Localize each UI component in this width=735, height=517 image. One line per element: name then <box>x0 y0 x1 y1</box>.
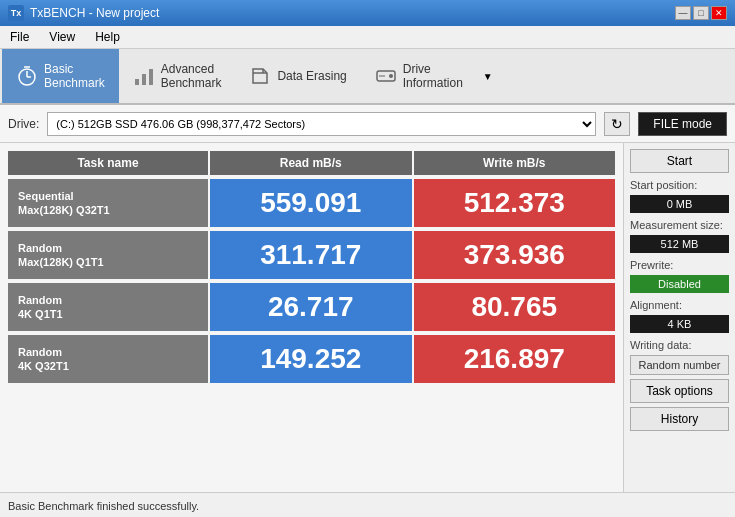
chart-icon <box>133 65 155 87</box>
app-icon: Tx <box>8 5 24 21</box>
erase-icon <box>249 65 271 87</box>
th-read: Read mB/s <box>210 151 412 175</box>
svg-rect-5 <box>142 74 146 85</box>
result-row-1: SequentialMax(128K) Q32T1 559.091 512.37… <box>8 179 615 227</box>
title-bar: Tx TxBENCH - New project — □ ✕ <box>0 0 735 26</box>
tab-drive[interactable]: DriveInformation <box>361 49 477 103</box>
title-bar-controls[interactable]: — □ ✕ <box>675 6 727 20</box>
row2-label: RandomMax(128K) Q1T1 <box>8 231 208 279</box>
result-row-4: Random4K Q32T1 149.252 216.897 <box>8 335 615 383</box>
timer-icon <box>16 65 38 87</box>
row1-read: 559.091 <box>210 179 412 227</box>
minimize-btn[interactable]: — <box>675 6 691 20</box>
row2-read: 311.717 <box>210 231 412 279</box>
maximize-btn[interactable]: □ <box>693 6 709 20</box>
th-task: Task name <box>8 151 208 175</box>
status-bar: Basic Benchmark finished successfully. <box>0 492 735 517</box>
menu-help[interactable]: Help <box>89 28 126 46</box>
history-button[interactable]: History <box>630 407 729 431</box>
start-button[interactable]: Start <box>630 149 729 173</box>
start-position-value: 0 MB <box>630 195 729 213</box>
results-panel: Task name Read mB/s Write mB/s Sequentia… <box>0 143 623 492</box>
menu-view[interactable]: View <box>43 28 81 46</box>
row3-write: 80.765 <box>414 283 616 331</box>
row3-label: Random4K Q1T1 <box>8 283 208 331</box>
drive-bar: Drive: (C:) 512GB SSD 476.06 GB (998,377… <box>0 105 735 143</box>
start-position-label: Start position: <box>630 179 729 191</box>
tab-basic[interactable]: BasicBenchmark <box>2 49 119 103</box>
menu-file[interactable]: File <box>4 28 35 46</box>
writing-data-label: Writing data: <box>630 339 729 351</box>
title-bar-left: Tx TxBENCH - New project <box>8 5 159 21</box>
th-write: Write mB/s <box>414 151 616 175</box>
alignment-value: 4 KB <box>630 315 729 333</box>
drive-select[interactable]: (C:) 512GB SSD 476.06 GB (998,377,472 Se… <box>47 112 596 136</box>
toolbar-overflow-arrow[interactable]: ▼ <box>477 49 499 103</box>
table-header: Task name Read mB/s Write mB/s <box>8 151 615 175</box>
row2-write: 373.936 <box>414 231 616 279</box>
result-row-2: RandomMax(128K) Q1T1 311.717 373.936 <box>8 231 615 279</box>
row1-label: SequentialMax(128K) Q32T1 <box>8 179 208 227</box>
title-text: TxBENCH - New project <box>30 6 159 20</box>
row3-read: 26.717 <box>210 283 412 331</box>
drive-label: Drive: <box>8 117 39 131</box>
side-panel: Start Start position: 0 MB Measurement s… <box>623 143 735 492</box>
prewrite-label: Prewrite: <box>630 259 729 271</box>
tab-drive-label: DriveInformation <box>403 62 463 91</box>
drive-icon <box>375 65 397 87</box>
tab-erase-label: Data Erasing <box>277 69 346 83</box>
row4-write: 216.897 <box>414 335 616 383</box>
tab-erase[interactable]: Data Erasing <box>235 49 360 103</box>
toolbar: BasicBenchmark AdvancedBenchmark Data Er… <box>0 49 735 105</box>
file-mode-btn[interactable]: FILE mode <box>638 112 727 136</box>
svg-rect-4 <box>135 79 139 85</box>
row1-write: 512.373 <box>414 179 616 227</box>
row4-read: 149.252 <box>210 335 412 383</box>
tab-advanced-label: AdvancedBenchmark <box>161 62 222 91</box>
main-content: Task name Read mB/s Write mB/s Sequentia… <box>0 143 735 492</box>
writing-data-value: Random number <box>630 355 729 375</box>
svg-point-11 <box>389 74 393 78</box>
svg-marker-7 <box>253 69 267 83</box>
svg-rect-6 <box>149 69 153 85</box>
menu-bar: File View Help <box>0 26 735 49</box>
status-text: Basic Benchmark finished successfully. <box>8 500 199 512</box>
tab-basic-label: BasicBenchmark <box>44 62 105 91</box>
row4-label: Random4K Q32T1 <box>8 335 208 383</box>
close-btn[interactable]: ✕ <box>711 6 727 20</box>
tab-advanced[interactable]: AdvancedBenchmark <box>119 49 236 103</box>
measurement-size-value: 512 MB <box>630 235 729 253</box>
prewrite-value: Disabled <box>630 275 729 293</box>
measurement-size-label: Measurement size: <box>630 219 729 231</box>
task-options-button[interactable]: Task options <box>630 379 729 403</box>
result-row-3: Random4K Q1T1 26.717 80.765 <box>8 283 615 331</box>
alignment-label: Alignment: <box>630 299 729 311</box>
refresh-btn[interactable]: ↻ <box>604 112 630 136</box>
